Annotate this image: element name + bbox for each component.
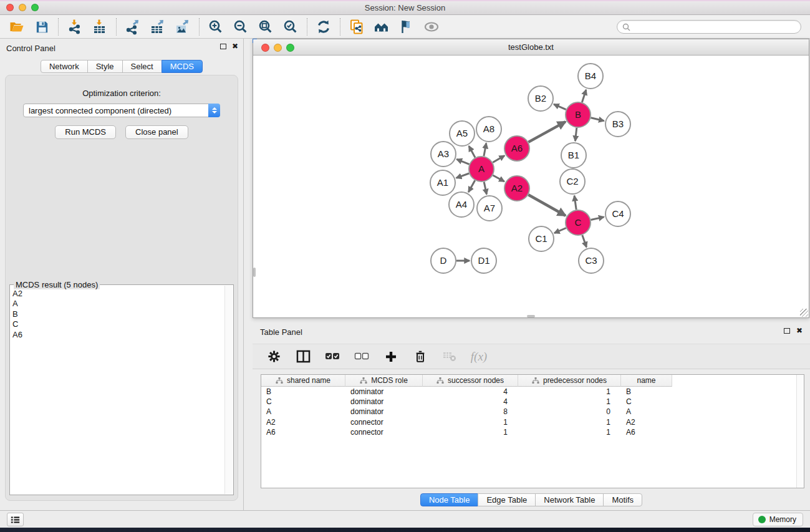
add-row-icon[interactable] <box>382 347 400 366</box>
graph-node-A2[interactable]: A2 <box>504 176 529 201</box>
tab-network[interactable]: Network <box>41 60 88 73</box>
table-cell[interactable]: B <box>261 387 345 397</box>
edge-A-A6[interactable] <box>493 156 504 163</box>
table-row[interactable]: Bdominator41B <box>261 387 804 397</box>
memory-button[interactable]: Memory <box>753 513 803 526</box>
table-cell[interactable]: B <box>621 387 672 397</box>
settings-icon[interactable] <box>265 347 282 366</box>
optimization-criterion-select[interactable]: largest connected component (directed) <box>23 104 220 117</box>
open-session-icon[interactable] <box>6 17 27 36</box>
graph-node-B2[interactable]: B2 <box>528 86 553 111</box>
home-icon[interactable] <box>371 17 392 36</box>
close-panel-icon[interactable]: ✖ <box>232 43 238 49</box>
table-cell[interactable]: connector <box>345 427 423 437</box>
table-cell[interactable]: connector <box>345 417 423 427</box>
graph-node-C4[interactable]: C4 <box>605 201 630 226</box>
graph-node-C2[interactable]: C2 <box>560 169 585 194</box>
edge-C-C1[interactable] <box>554 228 566 233</box>
table-cell[interactable]: C <box>621 397 672 407</box>
graph-node-C1[interactable]: C1 <box>529 226 554 251</box>
deselect-all-icon[interactable] <box>353 347 370 366</box>
column-header-predecessor-nodes[interactable]: predecessor nodes <box>518 375 621 387</box>
table-row[interactable]: A2connector11A2 <box>261 417 804 427</box>
table-cell[interactable]: 4 <box>423 397 518 407</box>
table-cell[interactable]: A6 <box>621 427 672 437</box>
column-header-MCDS-role[interactable]: MCDS role <box>345 375 423 387</box>
table-cell[interactable]: 4 <box>423 387 518 397</box>
table-cell[interactable]: 1 <box>518 427 621 437</box>
close-panel-button[interactable]: Close panel <box>125 125 188 139</box>
tab-mcds[interactable]: MCDS <box>162 60 203 73</box>
eye-icon[interactable] <box>421 17 442 36</box>
delete-row-icon[interactable] <box>412 347 429 366</box>
result-list-scrollbar[interactable] <box>224 286 233 494</box>
mcds-result-item[interactable]: C <box>12 319 223 329</box>
table-cell[interactable]: A6 <box>261 427 345 437</box>
select-all-icon[interactable] <box>324 347 341 366</box>
float-table-panel-icon[interactable] <box>784 328 790 334</box>
import-table-icon[interactable] <box>89 17 110 36</box>
table-cell[interactable]: 1 <box>423 427 518 437</box>
edge-C-C3[interactable] <box>582 235 587 247</box>
edge-B-B4[interactable] <box>582 90 586 102</box>
table-row[interactable]: Adominator80A <box>261 407 804 417</box>
table-tab-edge-table[interactable]: Edge Table <box>478 493 536 506</box>
edge-C-C2[interactable] <box>574 196 576 210</box>
table-cell[interactable]: A <box>621 407 672 417</box>
export-network-icon[interactable] <box>122 17 143 36</box>
zoom-selected-icon[interactable] <box>280 17 301 36</box>
search-input[interactable] <box>633 22 796 32</box>
network-minimize-button[interactable] <box>274 44 282 52</box>
network-canvas[interactable]: B4B2BB3A8A5A6A3B1AA1C2A2A4A7C4CC1C3DD1 <box>253 56 809 317</box>
task-history-button[interactable] <box>7 513 24 526</box>
edge-A6-B[interactable] <box>528 122 566 142</box>
edge-A-A8[interactable] <box>484 143 486 157</box>
mcds-result-item[interactable]: B <box>12 309 223 319</box>
run-mcds-button[interactable]: Run MCDS <box>55 125 116 139</box>
edge-A-A5[interactable] <box>469 146 475 157</box>
table-cell[interactable]: 1 <box>518 417 621 427</box>
columns-icon[interactable] <box>294 347 312 366</box>
table-row[interactable]: Cdominator41C <box>261 397 804 407</box>
edge-C-C4[interactable] <box>591 217 604 220</box>
search-box[interactable] <box>617 20 801 34</box>
graph-node-A8[interactable]: A8 <box>476 117 501 142</box>
table-cell[interactable]: A <box>261 407 345 417</box>
column-header-shared-name[interactable]: shared name <box>261 375 345 387</box>
table-tab-node-table[interactable]: Node Table <box>420 493 479 506</box>
tab-style[interactable]: Style <box>87 60 123 73</box>
network-zoom-button[interactable] <box>286 44 294 52</box>
graphics-details-icon[interactable] <box>396 17 417 36</box>
export-table-icon[interactable] <box>147 17 168 36</box>
zoom-out-icon[interactable] <box>230 17 251 36</box>
graph-node-B4[interactable]: B4 <box>578 64 603 89</box>
tab-select[interactable]: Select <box>122 60 162 73</box>
table-cell[interactable]: dominator <box>345 407 423 417</box>
graph-node-D1[interactable]: D1 <box>471 248 496 273</box>
graph-node-A3[interactable]: A3 <box>431 142 456 167</box>
graph-node-C[interactable]: C <box>566 210 591 235</box>
mcds-result-item[interactable]: A <box>12 299 223 309</box>
column-header-successor-nodes[interactable]: successor nodes <box>423 375 518 387</box>
graph-node-A[interactable]: A <box>469 157 494 181</box>
graph-node-A1[interactable]: A1 <box>430 170 455 195</box>
graph-node-A7[interactable]: A7 <box>477 196 502 221</box>
table-tab-network-table[interactable]: Network Table <box>535 493 604 506</box>
edge-B-B3[interactable] <box>591 118 604 121</box>
table-cell[interactable]: 1 <box>423 417 518 427</box>
mcds-result-item[interactable]: A2 <box>12 289 223 299</box>
graph-node-A5[interactable]: A5 <box>450 121 475 146</box>
edge-B-B2[interactable] <box>554 104 566 110</box>
edge-A-A1[interactable] <box>456 173 470 178</box>
edge-A-A3[interactable] <box>456 159 469 164</box>
edge-B-B1[interactable] <box>576 128 577 141</box>
table-scrollbar[interactable] <box>796 375 804 488</box>
export-image-icon[interactable] <box>172 17 193 36</box>
float-panel-icon[interactable] <box>220 44 226 49</box>
table-cell[interactable]: 1 <box>518 397 621 407</box>
graph-node-C3[interactable]: C3 <box>579 248 604 273</box>
save-session-icon[interactable] <box>31 17 52 36</box>
titlebar[interactable]: Session: New Session <box>0 0 810 15</box>
graph-node-A6[interactable]: A6 <box>504 136 529 161</box>
network-from-file-icon[interactable] <box>346 17 367 36</box>
